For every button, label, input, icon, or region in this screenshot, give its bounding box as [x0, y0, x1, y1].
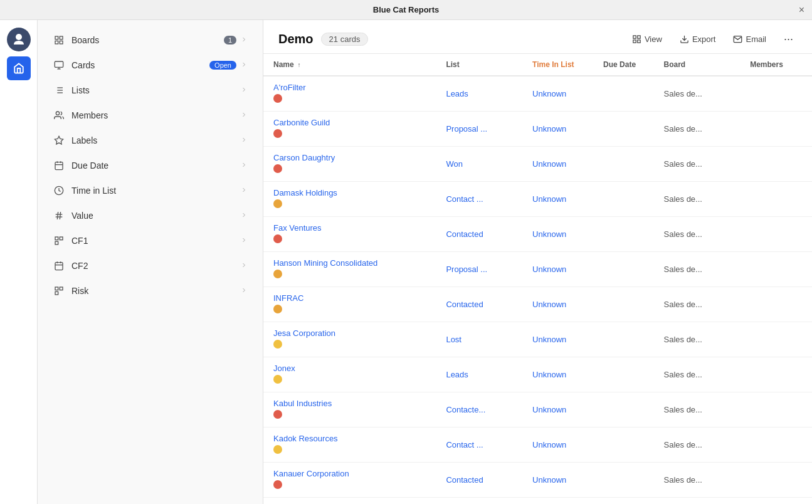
list-value: Proposal ... — [446, 124, 487, 134]
cell-members — [740, 182, 812, 217]
sidebar-item-label-boards: Boards — [71, 35, 224, 45]
avatar — [7, 28, 31, 51]
cell-list: Leads — [436, 76, 522, 112]
cell-board: Sales de... — [654, 252, 741, 287]
time-value: Unknown — [532, 229, 566, 239]
cell-time-in-list: Unknown — [522, 463, 593, 498]
board-value: Sales de... — [664, 440, 702, 449]
time-value: Unknown — [532, 370, 566, 379]
sidebar-badge-boards: 1 — [224, 36, 236, 45]
cell-due-date — [593, 322, 653, 357]
card-name-link[interactable]: A'roFilter — [273, 83, 426, 92]
table-head: Name ↑ListTime In ListDue DateBoardMembe… — [263, 54, 812, 76]
sidebar-item-labels[interactable]: Labels — [43, 128, 258, 153]
sidebar-chevron-lists — [240, 86, 248, 95]
th-list: List — [436, 54, 522, 76]
home-button[interactable] — [7, 56, 31, 80]
table-row: Carbonite GuildProposal ...UnknownSales … — [263, 112, 812, 147]
card-name-link[interactable]: Kadok Resources — [273, 434, 426, 443]
list-value: Contacte... — [446, 405, 485, 414]
table-row: Kanauer CorporationContactedUnknownSales… — [263, 463, 812, 498]
card-name-link[interactable]: Hanson Mining Consolidated — [273, 258, 426, 268]
app-container: Blue Cat Reports × Boards1CardsOpenLists… — [0, 0, 812, 504]
th-dueDate: Due Date — [593, 54, 653, 76]
sidebar-chevron-members — [240, 111, 248, 120]
cell-members — [740, 112, 812, 147]
export-button[interactable]: Export — [676, 32, 720, 46]
close-button[interactable]: × — [799, 4, 804, 16]
cell-board: Sales de... — [654, 217, 741, 252]
card-name-link[interactable]: Carbonite Guild — [273, 118, 426, 127]
sidebar-item-time-in-list[interactable]: Time in List — [43, 178, 258, 203]
cell-list: Contacted — [436, 287, 522, 322]
sidebar-item-risk[interactable]: Risk — [43, 278, 258, 303]
cell-name: Carson Daughtry — [263, 147, 436, 182]
cell-time-in-list: Unknown — [522, 357, 593, 392]
sidebar-chevron-cards — [240, 61, 248, 70]
export-icon — [680, 34, 689, 44]
cell-time-in-list: Unknown — [522, 217, 593, 252]
svg-rect-5 — [55, 61, 63, 67]
svg-rect-25 — [55, 237, 58, 240]
time-value: Unknown — [532, 159, 566, 169]
cell-members — [740, 463, 812, 498]
sidebar-item-cf2[interactable]: CF2 — [43, 253, 258, 278]
view-label: View — [645, 34, 662, 44]
card-name-link[interactable]: Jesa Corporation — [273, 328, 426, 338]
table-row: INFRACContactedUnknownSales de... — [263, 287, 812, 322]
card-name-link[interactable]: INFRAC — [273, 293, 426, 303]
cell-time-in-list: Unknown — [522, 392, 593, 428]
card-color-dot — [273, 445, 282, 454]
card-name-link[interactable]: Fax Ventures — [273, 223, 426, 233]
svg-line-23 — [57, 212, 58, 219]
cell-list: Contacted — [436, 463, 522, 498]
board-value: Sales de... — [664, 335, 702, 344]
sidebar-chevron-labels — [240, 136, 248, 145]
sidebar-item-value[interactable]: Value — [43, 203, 258, 228]
sidebar-item-label-labels: Labels — [71, 135, 240, 145]
sidebar-item-lists[interactable]: Lists — [43, 78, 258, 103]
sidebar-item-members[interactable]: Members — [43, 103, 258, 128]
card-name-link[interactable]: Damask Holdings — [273, 188, 426, 197]
card-color-dot — [273, 164, 282, 173]
cell-time-in-list: Unknown — [522, 182, 593, 217]
email-icon — [733, 34, 742, 44]
email-button[interactable]: Email — [729, 32, 770, 46]
cell-time-in-list: Unknown — [522, 287, 593, 322]
view-button[interactable]: View — [628, 32, 666, 46]
main-content: Demo 21 cards View — [263, 20, 812, 504]
sidebar-item-label-lists: Lists — [71, 85, 240, 95]
cell-board: Sales de... — [654, 428, 741, 463]
card-name-link[interactable]: Kabul Industries — [273, 399, 426, 408]
cell-board: Sales de... — [654, 463, 741, 498]
time-value: Unknown — [532, 335, 566, 344]
time-value: Unknown — [532, 475, 566, 485]
cell-list: Proposal ... — [436, 112, 522, 147]
card-name-link[interactable]: Jonex — [273, 364, 426, 373]
sidebar-item-cf1[interactable]: CF1 — [43, 228, 258, 253]
card-color-dot — [273, 270, 282, 278]
cell-members — [740, 217, 812, 252]
cell-due-date — [593, 357, 653, 392]
svg-rect-1 — [55, 36, 58, 39]
sidebar-item-label-due-date: Due Date — [71, 160, 240, 171]
export-label: Export — [692, 34, 716, 44]
card-color-dot — [273, 410, 282, 419]
sidebar-item-due-date[interactable]: Due Date — [43, 153, 258, 178]
card-name-link[interactable]: Kanauer Corporation — [273, 469, 426, 478]
th-name[interactable]: Name ↑ — [263, 54, 436, 76]
card-color-dot — [273, 234, 282, 243]
more-button[interactable]: ··· — [780, 30, 797, 48]
sidebar-item-boards[interactable]: Boards1 — [43, 28, 258, 53]
board-value: Sales de... — [664, 124, 702, 134]
cell-name: Damask Holdings — [263, 182, 436, 217]
header-actions: View Export — [628, 30, 797, 48]
card-name-link[interactable]: Carson Daughtry — [273, 153, 426, 162]
card-color-dot — [273, 199, 282, 208]
cell-name: A'roFilter — [263, 76, 436, 112]
sidebar-item-cards[interactable]: CardsOpen — [43, 53, 258, 78]
table-container: Name ↑ListTime In ListDue DateBoardMembe… — [263, 54, 812, 504]
svg-point-0 — [16, 34, 22, 40]
card-color-dot — [273, 129, 282, 138]
sidebar-item-label-cf2: CF2 — [71, 261, 240, 271]
